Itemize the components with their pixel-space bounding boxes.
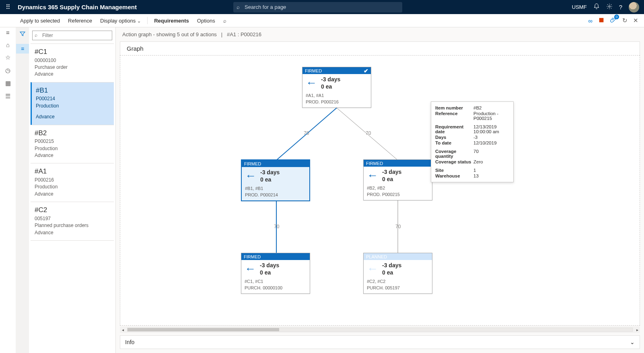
tt-label: Requirement date (435, 121, 473, 134)
breadcrumb-right: #A1 : P000216 (227, 31, 261, 37)
arrow-left-icon: ← (245, 263, 256, 275)
list-item-num: P000216 (35, 177, 110, 184)
graph-node-c2[interactable]: PLANNED ← -3 days 0 ea #C2, #C2 PURCH. 0… (363, 253, 432, 294)
avatar[interactable] (629, 2, 639, 12)
list-item-action: Advance (36, 114, 110, 120)
list-item-num: P000214 (36, 95, 110, 102)
chevron-down-icon: ⌄ (630, 339, 635, 345)
node-refs: #B2, #B2 (367, 185, 429, 191)
info-panel-header[interactable]: Info ⌄ (120, 335, 640, 349)
edge-label: 70 (274, 224, 279, 229)
scroll-left-icon[interactable]: ◂ (120, 328, 126, 332)
tt-label: Reference (435, 111, 473, 121)
info-title: Info (125, 339, 134, 345)
filter-input[interactable] (32, 31, 112, 40)
list-item-type: Planned purchase orders (35, 222, 110, 229)
graph-node-c1[interactable]: FIRMED ← -3 days 0 ea #C1, #C1 PURCH. 00… (241, 253, 310, 294)
list-item-type: Production (36, 103, 110, 109)
edge-label: 70 (395, 224, 401, 229)
list-item-title: #C2 (35, 205, 110, 215)
node-detail: PURCH. 00000100 (245, 285, 307, 291)
tt-val: 12/10/2019 (473, 140, 509, 146)
graph-node-b1[interactable]: FIRMED ← -3 days 0 ea #B1, #B1 PROD. P00… (241, 159, 310, 201)
list-item[interactable]: #A1 P000216 Production Advance (31, 163, 114, 202)
cmd-display-options[interactable]: Display options (96, 18, 145, 24)
command-bar: Apply to selected Reference Display opti… (0, 14, 644, 27)
link-icon[interactable]: ∞ (588, 17, 593, 24)
arrow-left-icon: ← (245, 170, 256, 182)
recent-icon[interactable]: ◷ (5, 67, 10, 74)
node-detail: PURCH. 005197 (367, 285, 429, 291)
cmd-search-icon[interactable]: ⌕ (219, 18, 230, 24)
refresh-icon[interactable]: ↻ (622, 17, 628, 24)
close-icon[interactable]: ✕ (633, 17, 638, 24)
scroll-right-icon[interactable]: ▸ (634, 328, 640, 332)
node-days: -3 days (321, 76, 340, 83)
node-qty: 0 ea (321, 83, 340, 90)
office-icon[interactable] (598, 17, 605, 25)
tt-label: To date (435, 140, 473, 146)
edge-label: 70 (366, 130, 371, 136)
node-detail: PROD. P000215 (367, 192, 429, 198)
list-item-action: Advance (35, 191, 110, 198)
modules-icon[interactable]: ☰ (5, 93, 10, 100)
list-item-num: 005197 (35, 215, 110, 222)
tt-val: 13 (473, 173, 509, 179)
cmd-options[interactable]: Options (193, 18, 219, 24)
node-refs: #C2, #C2 (367, 279, 429, 285)
breadcrumb: Action graph - showing 5 out of 9 action… (116, 27, 644, 41)
node-qty: 0 ea (382, 269, 401, 276)
attachments-icon[interactable] (610, 17, 617, 25)
graph-canvas[interactable]: 70 70 70 70 FIRMED✔ ← -3 days 0 ea #A1, … (120, 55, 640, 326)
tt-label: Item number (435, 105, 473, 111)
cmd-reference[interactable]: Reference (64, 18, 96, 24)
graph-node-a1[interactable]: FIRMED✔ ← -3 days 0 ea #A1, #A1 PROD. P0… (302, 67, 371, 108)
list-item-num: P000215 (35, 138, 110, 145)
edge-label: 70 (304, 130, 309, 136)
cmd-requirements[interactable]: Requirements (150, 18, 193, 24)
graph-header: Graph (120, 41, 640, 55)
list-item-title: #A1 (35, 167, 110, 177)
list-item-action: Advance (35, 152, 110, 159)
search-icon: ⌕ (237, 4, 240, 10)
home-icon[interactable]: ⌂ (6, 41, 10, 48)
node-status: FIRMED (366, 161, 383, 166)
list-item[interactable]: #B1 P000214 Production Advance (31, 82, 114, 125)
company-code[interactable]: USMF (572, 4, 587, 10)
workspaces-icon[interactable]: ▦ (5, 80, 11, 87)
list-item[interactable]: #C1 00000100 Purchase order Advance (31, 43, 114, 82)
tt-label: Site (435, 165, 473, 173)
node-status: FIRMED (244, 161, 261, 166)
node-tooltip: Item number#B2 ReferenceProduction - P00… (431, 101, 514, 182)
node-refs: #B1, #B1 (245, 186, 306, 192)
node-qty: 0 ea (260, 269, 279, 276)
menu-icon[interactable]: ≡ (6, 29, 10, 36)
help-icon[interactable]: ? (619, 4, 622, 10)
list-view-icon[interactable]: ≡ (16, 44, 29, 54)
star-icon[interactable]: ☆ (5, 54, 10, 61)
bell-icon[interactable] (593, 3, 600, 11)
tt-val: 70 (473, 146, 509, 159)
node-days: -3 days (260, 262, 279, 269)
node-refs: #C1, #C1 (245, 279, 307, 285)
horizontal-scrollbar[interactable]: ◂ ▸ (120, 326, 640, 333)
tt-label: Days (435, 134, 473, 140)
gear-icon[interactable] (606, 3, 613, 11)
graph-node-b2[interactable]: FIRMED ← -3 days 0 ea #B2, #B2 PROD. P00… (363, 159, 432, 200)
list-item-title: #B2 (35, 128, 110, 138)
node-days: -3 days (260, 169, 280, 176)
list-item[interactable]: #C2 005197 Planned purchase orders Advan… (31, 202, 114, 240)
top-bar: ⠿ Dynamics 365 Supply Chain Management ⌕… (0, 0, 644, 14)
cmd-apply[interactable]: Apply to selected (16, 18, 64, 24)
list-item[interactable]: #B2 P000215 Production Advance (31, 125, 114, 163)
tt-val: Zero (473, 159, 509, 165)
scroll-thumb[interactable] (128, 328, 279, 331)
tt-label: Coverage status (435, 159, 473, 165)
scroll-track[interactable] (127, 328, 633, 332)
node-qty: 0 ea (260, 176, 280, 183)
filter-column: ≡ (16, 27, 29, 353)
list-item-title: #C1 (35, 47, 110, 57)
search-input[interactable] (233, 2, 402, 12)
waffle-icon[interactable]: ⠿ (0, 3, 16, 11)
funnel-icon[interactable] (19, 31, 26, 38)
